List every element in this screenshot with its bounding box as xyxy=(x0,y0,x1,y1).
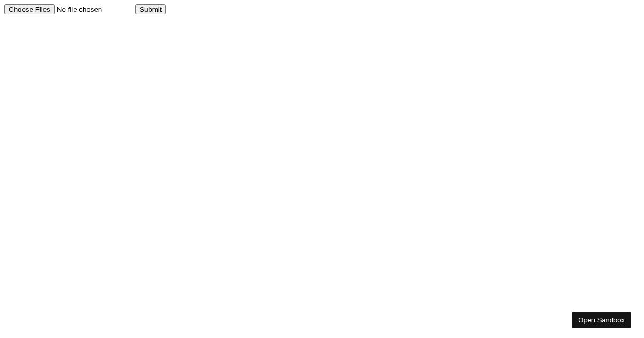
choose-files-button[interactable]: Choose Files xyxy=(4,4,55,14)
upload-form: Choose Files No file chosen Submit xyxy=(4,4,640,14)
file-status-text: No file chosen xyxy=(57,5,102,13)
open-sandbox-button[interactable]: Open Sandbox xyxy=(572,312,631,328)
submit-button[interactable]: Submit xyxy=(135,4,166,14)
file-input[interactable]: Choose Files No file chosen xyxy=(4,4,133,14)
